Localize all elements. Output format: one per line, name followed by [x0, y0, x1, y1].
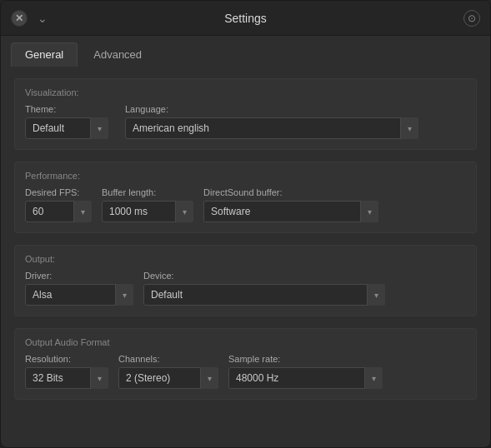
fps-label: Desired FPS:	[25, 187, 92, 197]
performance-row: Desired FPS: 30 60 120 ▾ Buffer length:	[25, 187, 466, 222]
titlebar-controls: ✕ ⌄	[11, 10, 51, 27]
language-label: Language:	[125, 104, 418, 114]
resolution-field: Resolution: 16 Bits 24 Bits 32 Bits ▾	[25, 354, 108, 389]
channels-select[interactable]: 1 (Mono) 2 (Stereo) 5.1 Surround	[118, 367, 218, 389]
output-row: Driver: Alsa PulseAudio Jack ▾ Device:	[25, 271, 466, 306]
directsound-select[interactable]: Software Hardware	[203, 201, 378, 222]
fps-select-wrapper: 30 60 120 ▾	[25, 201, 92, 222]
samplerate-field: Sample rate: 22050 Hz 44100 Hz 48000 Hz …	[228, 354, 383, 389]
output-audio-section: Output Audio Format Resolution: 16 Bits …	[14, 328, 477, 400]
buffer-select[interactable]: 500 ms 1000 ms 2000 ms	[102, 201, 193, 222]
window-title: Settings	[224, 12, 267, 25]
visualization-section: Visualization: Theme: Default Dark Light…	[14, 78, 477, 150]
language-field: Language: American english British engli…	[125, 104, 418, 139]
tab-general[interactable]: General	[11, 42, 78, 67]
buffer-select-wrapper: 500 ms 1000 ms 2000 ms ▾	[102, 201, 193, 222]
theme-select-wrapper: Default Dark Light ▾	[25, 117, 108, 139]
samplerate-select-wrapper: 22050 Hz 44100 Hz 48000 Hz 96000 Hz ▾	[228, 367, 383, 389]
device-field: Device: Default Device 1 Device 2 ▾	[143, 271, 385, 306]
directsound-select-wrapper: Software Hardware ▾	[203, 201, 378, 222]
driver-field: Driver: Alsa PulseAudio Jack ▾	[25, 271, 133, 306]
channels-select-wrapper: 1 (Mono) 2 (Stereo) 5.1 Surround ▾	[118, 367, 218, 389]
visualization-label: Visualization:	[25, 87, 466, 97]
resolution-select[interactable]: 16 Bits 24 Bits 32 Bits	[25, 367, 108, 389]
buffer-field: Buffer length: 500 ms 1000 ms 2000 ms ▾	[102, 187, 193, 222]
output-label: Output:	[25, 254, 466, 264]
language-select[interactable]: American english British english French …	[125, 117, 418, 139]
device-label: Device:	[143, 271, 385, 281]
buffer-label: Buffer length:	[102, 187, 193, 197]
content-area: Visualization: Theme: Default Dark Light…	[1, 67, 490, 423]
chevron-down-button[interactable]: ⌄	[34, 10, 51, 27]
fps-field: Desired FPS: 30 60 120 ▾	[25, 187, 92, 222]
driver-label: Driver:	[25, 271, 133, 281]
theme-select[interactable]: Default Dark Light	[25, 117, 108, 139]
output-section: Output: Driver: Alsa PulseAudio Jack ▾ D…	[14, 245, 477, 316]
visualization-row: Theme: Default Dark Light ▾ Language:	[25, 104, 466, 139]
device-select-wrapper: Default Device 1 Device 2 ▾	[143, 284, 385, 306]
samplerate-label: Sample rate:	[228, 354, 383, 364]
tab-advanced[interactable]: Advanced	[79, 42, 156, 67]
resolution-label: Resolution:	[25, 354, 108, 364]
channels-field: Channels: 1 (Mono) 2 (Stereo) 5.1 Surrou…	[118, 354, 218, 389]
performance-section: Performance: Desired FPS: 30 60 120 ▾ Bu…	[14, 162, 477, 233]
close-button[interactable]: ✕	[11, 10, 28, 27]
samplerate-select[interactable]: 22050 Hz 44100 Hz 48000 Hz 96000 Hz	[228, 367, 383, 389]
resolution-select-wrapper: 16 Bits 24 Bits 32 Bits ▾	[25, 367, 108, 389]
channels-label: Channels:	[118, 354, 218, 364]
performance-label: Performance:	[25, 171, 466, 181]
theme-field: Theme: Default Dark Light ▾	[25, 104, 108, 139]
settings-circle-icon[interactable]: ⊙	[463, 10, 480, 27]
directsound-label: DirectSound buffer:	[203, 187, 378, 197]
driver-select-wrapper: Alsa PulseAudio Jack ▾	[25, 284, 133, 306]
titlebar: ✕ ⌄ Settings ⊙	[1, 1, 490, 36]
driver-select[interactable]: Alsa PulseAudio Jack	[25, 284, 133, 306]
settings-window: ✕ ⌄ Settings ⊙ General Advanced Visualiz…	[0, 0, 491, 448]
output-audio-label: Output Audio Format	[25, 337, 466, 347]
output-audio-row: Resolution: 16 Bits 24 Bits 32 Bits ▾ Ch…	[25, 354, 466, 389]
tab-bar: General Advanced	[1, 36, 490, 67]
language-select-wrapper: American english British english French …	[125, 117, 418, 139]
directsound-field: DirectSound buffer: Software Hardware ▾	[203, 187, 378, 222]
device-select[interactable]: Default Device 1 Device 2	[143, 284, 385, 306]
theme-label: Theme:	[25, 104, 108, 114]
fps-select[interactable]: 30 60 120	[25, 201, 92, 222]
